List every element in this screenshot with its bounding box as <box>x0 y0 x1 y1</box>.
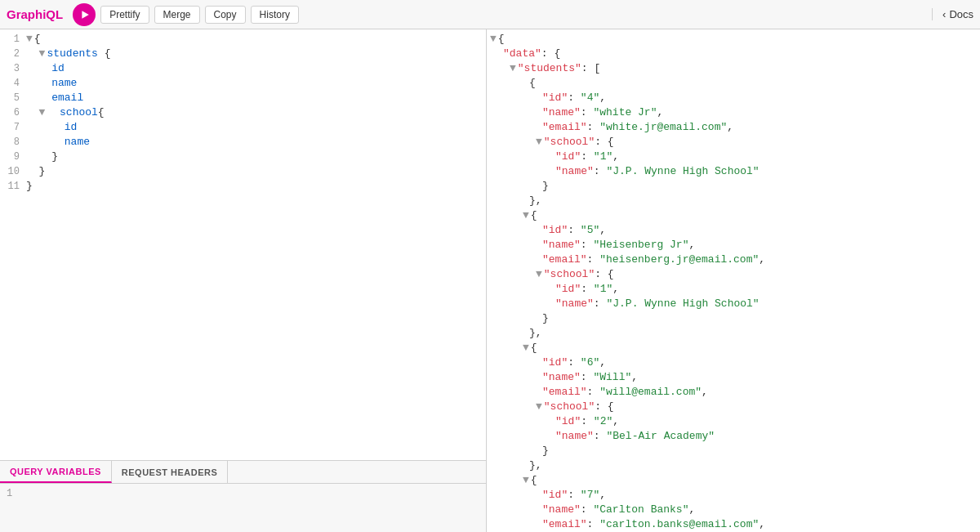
collapse-s4[interactable]: ▼ <box>523 474 529 486</box>
response-pane[interactable]: ▼ { "data": { ▼ "students": [ { "id": "4… <box>487 29 980 532</box>
copy-button[interactable]: Copy <box>205 6 246 24</box>
json-s1-name: "name": "white Jr", <box>487 106 980 121</box>
json-s2-email: "email": "heisenberg.jr@email.com", <box>487 253 980 268</box>
query-editor[interactable]: 1 ▼{ 2 ▼students { 3 id 4 name 5 <box>0 29 486 460</box>
history-button[interactable]: History <box>251 6 299 24</box>
json-line-data: "data": { <box>487 47 980 62</box>
collapse-s1-school[interactable]: ▼ <box>536 136 542 148</box>
json-s1-school-key: "school": { <box>544 136 614 148</box>
json-s4-email: "email": "carlton.banks@email.com", <box>487 518 980 532</box>
tab-request-headers[interactable]: REQUEST HEADERS <box>112 461 229 483</box>
json-root-open: { <box>498 33 505 45</box>
line-num-5: 5 <box>0 92 26 104</box>
docs-button[interactable]: ‹ Docs <box>932 8 973 20</box>
json-s1-email-val: "email": "white.jr@email.com", <box>490 121 733 133</box>
line-content-4: name <box>26 77 486 89</box>
collapse-6[interactable]: ▼ <box>39 106 46 118</box>
json-s3-name-val: "name": "Will", <box>490 371 638 383</box>
collapse-s2[interactable]: ▼ <box>523 209 529 221</box>
line-num-6: 6 <box>0 106 26 118</box>
json-s3-id: "id": "6", <box>487 356 980 371</box>
json-s2-email-val: "email": "heisenberg.jr@email.com", <box>490 253 765 266</box>
json-s2-brace: { <box>531 209 537 221</box>
json-s1-school-open: ▼ "school": { <box>487 136 980 150</box>
json-s4-id: "id": "7", <box>487 489 980 503</box>
json-s1-name-val: "name": "white Jr", <box>490 106 663 118</box>
json-s3-email-val: "email": "will@email.com", <box>490 386 708 398</box>
json-s1-close-brace: }, <box>490 194 542 207</box>
json-s1-school-name: "name": "J.P. Wynne High School" <box>487 165 980 180</box>
json-s1-school-id-val: "id": "1", <box>490 150 619 163</box>
line-content-9: } <box>26 150 486 163</box>
json-s3-school-close-brace: } <box>490 445 549 457</box>
json-s2-id-val: "id": "5", <box>490 224 606 236</box>
line-num-7: 7 <box>0 121 26 133</box>
json-s3-name: "name": "Will", <box>487 371 980 386</box>
json-s3-school-name: "name": "Bel-Air Academy" <box>487 430 980 445</box>
collapse-students[interactable]: ▼ <box>510 62 516 74</box>
json-s4-id-val: "id": "7", <box>490 489 606 501</box>
json-s2-school-open: ▼ "school": { <box>487 268 980 283</box>
json-s3-brace: { <box>531 342 537 354</box>
json-s3-email: "email": "will@email.com", <box>487 386 980 400</box>
code-line-6: 6 ▼ school{ <box>0 106 486 121</box>
json-s4-email-val: "email": "carlton.banks@email.com", <box>490 518 765 530</box>
code-line-1: 1 ▼{ <box>0 33 486 47</box>
json-line-open: ▼ { <box>487 33 980 47</box>
code-line-10: 10 } <box>0 165 486 180</box>
json-s3-school-id: "id": "2", <box>487 415 980 430</box>
collapse-s2-school[interactable]: ▼ <box>536 268 542 280</box>
code-line-5: 5 email <box>0 92 486 106</box>
json-s4-brace: { <box>531 474 537 486</box>
json-s3-close: }, <box>487 459 980 474</box>
json-s3-school-open: ▼ "school": { <box>487 400 980 415</box>
json-s1-id-val: "id": "4", <box>490 92 606 104</box>
json-s2-school-key: "school": { <box>544 268 614 280</box>
json-s1-id: "id": "4", <box>487 92 980 106</box>
line-content-3: id <box>26 62 486 74</box>
json-s4-name-val: "name": "Carlton Banks", <box>490 503 695 516</box>
code-line-7: 7 id <box>0 121 486 136</box>
json-s1-school-close-brace: } <box>490 180 549 192</box>
bottom-content[interactable]: 1 <box>0 484 486 532</box>
line-content-5: email <box>26 92 486 104</box>
line-content-7: id <box>26 121 486 133</box>
json-s2-open: ▼ { <box>487 209 980 224</box>
line-content-2: ▼students { <box>26 47 486 60</box>
json-s4-open: ▼ { <box>487 474 980 489</box>
collapse-2[interactable]: ▼ <box>39 47 46 60</box>
json-output: ▼ { "data": { ▼ "students": [ { "id": "4… <box>487 29 980 532</box>
code-view[interactable]: 1 ▼{ 2 ▼students { 3 id 4 name 5 <box>0 29 486 460</box>
run-button[interactable] <box>73 3 96 26</box>
json-line-students: ▼ "students": [ <box>487 62 980 77</box>
json-s2-school-name: "name": "J.P. Wynne High School" <box>487 297 980 312</box>
main-layout: 1 ▼{ 2 ▼students { 3 id 4 name 5 <box>0 29 980 532</box>
json-s2-school-id: "id": "1", <box>487 283 980 297</box>
merge-button[interactable]: Merge <box>154 6 200 24</box>
collapse-s3[interactable]: ▼ <box>523 342 529 354</box>
line-content-6: ▼ school{ <box>26 106 486 118</box>
bottom-line-num: 1 <box>7 485 12 499</box>
json-s1-email: "email": "white.jr@email.com", <box>487 121 980 136</box>
prettify-button[interactable]: Prettify <box>100 6 149 24</box>
line-num-9: 9 <box>0 150 26 163</box>
collapse-s3-school[interactable]: ▼ <box>536 400 542 413</box>
code-line-4: 4 name <box>0 77 486 92</box>
graphiql-logo: GraphiQL <box>7 7 63 21</box>
left-pane: 1 ▼{ 2 ▼students { 3 id 4 name 5 <box>0 29 487 532</box>
code-line-2: 2 ▼students { <box>0 47 486 62</box>
json-s2-school-name-val: "name": "J.P. Wynne High School" <box>490 297 760 310</box>
collapse-1[interactable]: ▼ <box>26 33 33 45</box>
json-s3-id-val: "id": "6", <box>490 356 606 369</box>
line-num-3: 3 <box>0 62 26 74</box>
json-s2-school-close: } <box>487 312 980 327</box>
line-content-10: } <box>26 165 486 177</box>
json-s1-open: { <box>487 77 980 92</box>
json-s2-school-id-val: "id": "1", <box>490 283 619 295</box>
svg-marker-0 <box>82 11 89 19</box>
code-line-8: 8 name <box>0 136 486 150</box>
tab-query-variables[interactable]: QUERY VARIABLES <box>0 461 112 483</box>
collapse-root[interactable]: ▼ <box>490 33 497 45</box>
line-num-11: 11 <box>0 180 26 192</box>
line-content-1: ▼{ <box>26 33 486 45</box>
